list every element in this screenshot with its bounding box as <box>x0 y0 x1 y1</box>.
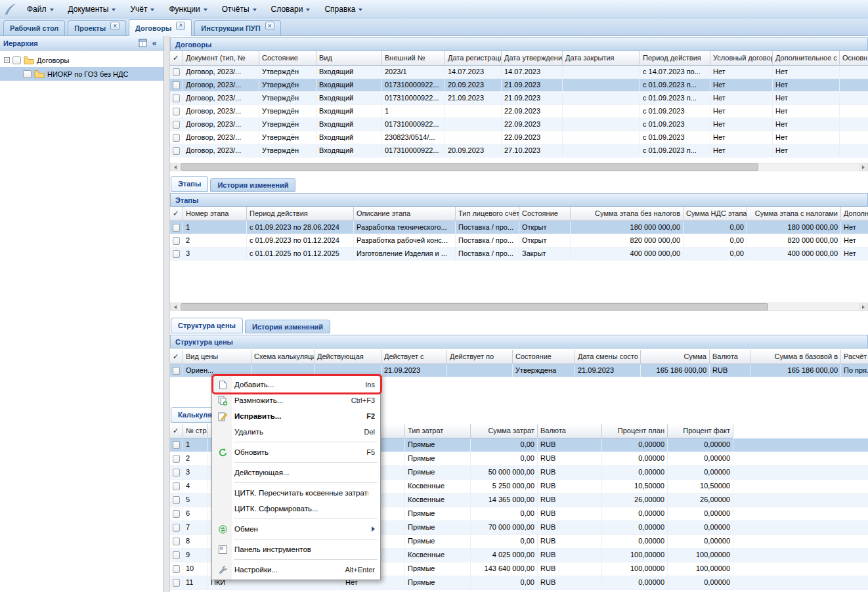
row-checkbox[interactable] <box>173 95 180 102</box>
context-menu-item[interactable]: ЦИТК. Пересчитать косвенные затраты... <box>213 485 380 501</box>
table-row[interactable]: Договор, 2023/...УтверждёнВходящий017310… <box>170 118 868 131</box>
column-header[interactable]: Дата регистрации <box>445 51 502 66</box>
scroll-left-icon[interactable] <box>171 163 179 171</box>
table-row[interactable]: Договор, 2023/...УтверждёнВходящий230823… <box>170 131 868 144</box>
column-header[interactable]: Действует с <box>381 350 447 364</box>
row-checkbox[interactable] <box>173 237 180 245</box>
subtab[interactable]: История изменений <box>210 178 295 192</box>
column-header[interactable]: Тип затрат <box>405 424 471 438</box>
tab-close-icon[interactable]: × <box>176 22 185 30</box>
context-menu-item[interactable]: Действующая... <box>213 465 380 480</box>
column-header[interactable]: Период действия <box>247 207 354 221</box>
scroll-right-icon[interactable] <box>859 303 867 310</box>
column-header[interactable]: Сумма <box>641 350 710 364</box>
column-header[interactable]: Состояние <box>513 350 575 364</box>
contracts-hscrollbar[interactable] <box>170 163 868 171</box>
table-row[interactable]: 1с 01.09.2023 по 28.06.2024Разработка те… <box>170 221 868 234</box>
tab-close-icon[interactable]: × <box>110 22 119 30</box>
column-header[interactable]: Валюта <box>538 424 602 438</box>
row-checkbox[interactable] <box>173 224 180 232</box>
context-menu-item[interactable]: ОбновитьF5 <box>213 444 380 460</box>
context-menu-item[interactable]: Размножить...Ctrl+F3 <box>213 392 380 408</box>
tab-item[interactable]: Проекты× <box>68 20 126 35</box>
column-header[interactable]: Вид цены <box>183 350 251 364</box>
table-row[interactable]: 3с 01.01.2025 по 01.12.2025Изготовление … <box>170 247 868 261</box>
menubar-item[interactable]: Документы <box>61 0 123 18</box>
column-header[interactable]: Номер этапа <box>183 207 247 221</box>
row-checkbox[interactable] <box>173 538 180 545</box>
row-checkbox[interactable] <box>173 482 180 490</box>
select-all-column-header[interactable]: ✓ <box>170 350 183 364</box>
subtab[interactable]: Этапы <box>171 176 208 192</box>
row-checkbox[interactable] <box>173 524 180 532</box>
column-header[interactable]: Тип лицевого счёт <box>456 207 519 221</box>
row-checkbox[interactable] <box>173 68 180 76</box>
row-checkbox[interactable] <box>173 147 180 155</box>
grid-view-icon[interactable] <box>137 37 148 49</box>
menubar-item[interactable]: Справка <box>317 0 370 18</box>
scroll-right-icon[interactable] <box>859 163 867 171</box>
row-checkbox[interactable] <box>173 81 180 89</box>
context-menu-item[interactable]: Обмен <box>213 521 380 537</box>
column-header[interactable]: Состояние <box>519 207 571 221</box>
context-menu-item[interactable]: ЦИТК. Сформировать... <box>213 501 380 517</box>
row-checkbox[interactable] <box>173 441 180 449</box>
tree-node[interactable]: НИОКР по ГОЗ без НДС <box>0 67 163 81</box>
table-row[interactable]: Договор, 2023/...УтверждёнВходящий122.09… <box>170 105 868 118</box>
row-checkbox[interactable] <box>173 510 180 518</box>
row-checkbox[interactable] <box>173 579 180 587</box>
subtab[interactable]: История изменений <box>245 320 330 333</box>
context-menu-item[interactable]: Панель инструментов <box>213 541 380 557</box>
scrollbar-thumb[interactable] <box>181 163 758 171</box>
column-header[interactable]: Дата смены состо <box>575 350 641 364</box>
column-header[interactable]: Действующая <box>315 350 381 364</box>
column-header[interactable]: Расчёт <box>841 350 868 364</box>
context-menu-item[interactable]: Добавить...Ins <box>213 377 380 392</box>
stages-hscrollbar[interactable] <box>170 303 868 311</box>
table-row[interactable]: Договор, 2023/...УтверждёнВходящий017310… <box>170 144 868 158</box>
row-checkbox[interactable] <box>173 367 180 375</box>
menubar-item[interactable]: Учёт <box>123 0 162 18</box>
node-checkbox[interactable] <box>12 56 21 64</box>
menubar-item[interactable]: Файл <box>20 0 61 18</box>
table-row[interactable]: Договор, 2023/...УтверждёнВходящий017310… <box>170 79 868 92</box>
context-menu-item[interactable]: Исправить...F2 <box>213 408 380 424</box>
row-checkbox[interactable] <box>173 565 180 573</box>
column-header[interactable]: Сумма затрат <box>471 424 538 438</box>
row-checkbox[interactable] <box>173 455 180 463</box>
row-checkbox[interactable] <box>173 551 180 559</box>
column-header[interactable]: Внешний № <box>382 51 445 66</box>
column-header[interactable]: Состояние <box>259 51 316 66</box>
row-checkbox[interactable] <box>173 250 180 258</box>
row-checkbox[interactable] <box>173 108 180 116</box>
column-header[interactable]: Сумма этапа с налогами <box>747 207 841 221</box>
tab-item[interactable]: Инструкции ПУП× <box>194 20 280 35</box>
menubar-item[interactable]: Словари <box>264 0 318 18</box>
node-checkbox[interactable] <box>23 70 32 78</box>
column-header[interactable]: Описание этапа <box>354 207 456 221</box>
panel-splitter[interactable] <box>164 36 170 592</box>
subtab[interactable]: Структура цены <box>171 318 243 333</box>
column-header[interactable]: Основн <box>840 51 868 66</box>
tree-node[interactable]: −Договоры <box>0 53 163 67</box>
context-menu-item[interactable]: Настройки...Alt+Enter <box>213 562 380 578</box>
table-row[interactable]: Договор, 2023/...УтверждёнВходящий017310… <box>170 92 868 105</box>
select-all-column-header[interactable]: ✓ <box>170 424 183 438</box>
column-header[interactable]: Документ (тип, № <box>183 51 259 66</box>
select-all-column-header[interactable]: ✓ <box>170 207 183 221</box>
context-menu-item[interactable]: УдалитьDel <box>213 424 380 440</box>
column-header[interactable]: Сумма НДС этапа <box>684 207 747 221</box>
select-all-column-header[interactable]: ✓ <box>170 51 183 66</box>
table-row[interactable]: 2с 01.09.2023 по 01.12.2024Разработка ра… <box>170 234 868 247</box>
column-header[interactable]: Дата закрытия <box>563 51 640 66</box>
column-header[interactable]: Сумма в базовой в <box>750 350 841 364</box>
column-header[interactable]: Период действия <box>640 51 710 66</box>
column-header[interactable]: Дополн <box>841 207 868 221</box>
tab-close-icon[interactable]: × <box>265 22 274 30</box>
scroll-left-icon[interactable] <box>171 303 179 310</box>
row-checkbox[interactable] <box>173 469 180 476</box>
column-header[interactable]: Условный договор <box>710 51 773 66</box>
column-header[interactable]: Процент факт <box>668 424 733 438</box>
row-checkbox[interactable] <box>173 496 180 504</box>
column-header[interactable]: Вид <box>316 51 382 66</box>
